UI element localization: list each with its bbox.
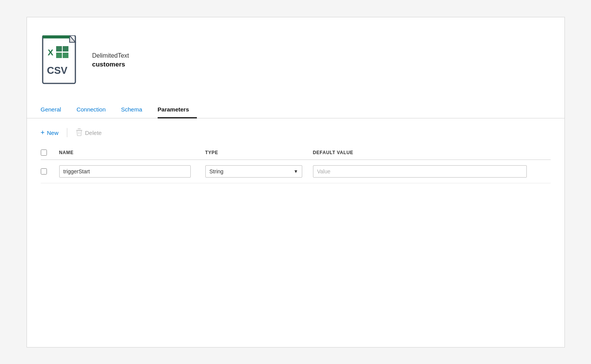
row-checkbox-cell (41, 168, 59, 175)
new-button[interactable]: + New (41, 128, 62, 138)
type-select-wrapper: String Int Float Bool Array Object Secur… (205, 165, 302, 178)
delete-button-label: Delete (85, 130, 102, 136)
tabs-bar: General Connection Schema Parameters (27, 102, 564, 118)
tab-parameters[interactable]: Parameters (158, 102, 197, 118)
tab-schema[interactable]: Schema (121, 102, 150, 118)
table-row: String Int Float Bool Array Object Secur… (41, 160, 551, 183)
header-section: X CSV DelimitedText customers (27, 17, 564, 102)
name-cell (59, 165, 205, 178)
default-value-cell (313, 165, 551, 178)
parameters-table: NAME TYPE DEFAULT VALUE String Int Float… (27, 146, 564, 183)
svg-rect-12 (78, 128, 81, 129)
svg-rect-9 (63, 53, 68, 58)
dataset-type: DelimitedText (92, 52, 129, 59)
dataset-info: DelimitedText customers (92, 52, 129, 68)
svg-rect-6 (56, 46, 62, 52)
col-header-name: NAME (59, 150, 205, 155)
select-all-checkbox[interactable] (41, 150, 47, 156)
type-cell: String Int Float Bool Array Object Secur… (205, 165, 313, 178)
tab-connection[interactable]: Connection (77, 102, 113, 118)
default-value-input[interactable] (313, 165, 527, 178)
csv-icon: X CSV (41, 35, 83, 85)
header-checkbox-cell (41, 150, 59, 156)
svg-rect-4 (43, 35, 70, 38)
trash-icon (76, 128, 83, 137)
toolbar-divider (67, 128, 67, 137)
row-select-checkbox[interactable] (41, 168, 47, 175)
svg-rect-7 (63, 46, 68, 52)
svg-text:CSV: CSV (47, 65, 68, 76)
dataset-name: customers (92, 61, 129, 68)
name-input[interactable] (59, 165, 191, 178)
type-select[interactable]: String Int Float Bool Array Object Secur… (205, 165, 302, 178)
main-panel: X CSV DelimitedText customers General Co… (27, 17, 565, 347)
toolbar: + New Delete (27, 118, 564, 146)
delete-button[interactable]: Delete (73, 127, 105, 139)
svg-rect-8 (56, 53, 62, 58)
new-button-label: New (47, 130, 58, 136)
tab-general[interactable]: General (41, 102, 69, 118)
col-header-default: DEFAULT VALUE (313, 150, 551, 155)
svg-text:X: X (48, 48, 53, 57)
col-header-type: TYPE (205, 150, 313, 155)
plus-icon: + (41, 129, 45, 136)
table-header-row: NAME TYPE DEFAULT VALUE (41, 146, 551, 160)
